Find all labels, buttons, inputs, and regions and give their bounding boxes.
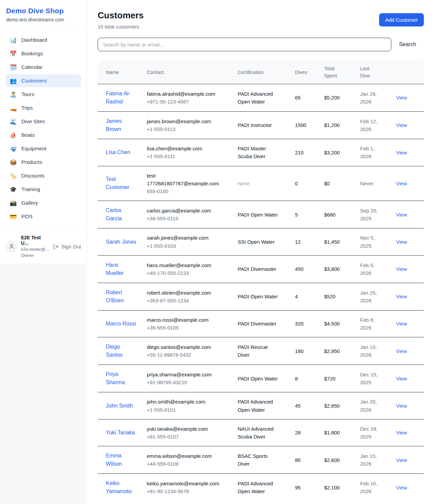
sidebar-item-label: Customers	[21, 78, 47, 84]
certification-value: SSI Open Water	[238, 238, 275, 246]
equipment-icon: 🤿	[9, 146, 17, 152]
certification-value: PADI Rescue Diver	[238, 343, 280, 359]
table-row: Lisa Chenlisa.chen@example.com+1-555-011…	[98, 139, 424, 166]
view-customer-link[interactable]: View	[396, 150, 407, 155]
dives-count: 95	[295, 474, 324, 501]
page-header: Customers 15 total customers Add Custome…	[98, 10, 424, 30]
customers-icon: 👥	[9, 78, 17, 84]
customer-phone: +1-555-0101	[147, 406, 232, 414]
view-customer-link[interactable]: View	[396, 266, 407, 272]
certification-value: PADI Open Water	[238, 293, 278, 300]
calendar-icon: 🗓️	[9, 64, 17, 70]
customer-email: priya.sharma@example.com	[147, 371, 219, 378]
table-row: Carlos Garciacarlos.garcia@example.com+3…	[98, 201, 424, 228]
sidebar-item-boats[interactable]: ⛵Boats	[5, 129, 81, 142]
customer-name-link[interactable]: Carlos Garcia	[106, 206, 138, 223]
sidebar-item-pos[interactable]: 💳POS	[5, 210, 81, 223]
table-row: Marco Rossimarco.rossi@example.com+39-55…	[98, 310, 424, 337]
certification-value: None	[238, 180, 250, 187]
table-row: Test Customertest-1772681807767@example.…	[98, 166, 424, 201]
customer-name-link[interactable]: Lisa Chen	[106, 148, 130, 156]
sidebar-item-label: Discounts	[21, 173, 44, 179]
customer-name-link[interactable]: John Smith	[106, 402, 133, 410]
view-customer-link[interactable]: View	[396, 457, 407, 463]
customer-name-link[interactable]: Diego Santos	[106, 343, 138, 359]
add-customer-button[interactable]: Add Customer	[379, 13, 424, 26]
bookings-icon: 📅	[9, 51, 17, 57]
sidebar-item-products[interactable]: 📦Products	[5, 156, 81, 169]
view-customer-link[interactable]: View	[396, 430, 407, 435]
sidebar-item-label: Equipment	[21, 146, 46, 152]
sidebar-item-tours[interactable]: 🏝️Tours	[5, 88, 81, 101]
customer-email: diego.santos@example.com	[147, 343, 219, 351]
last-dive-value: Never	[360, 180, 374, 187]
sidebar-item-trips[interactable]: 🚤Trips	[5, 101, 81, 114]
total-spent-value: $0	[324, 166, 360, 201]
last-dive-value: Sep 20, 2025	[360, 207, 387, 223]
dashboard-icon: 📊	[9, 37, 17, 43]
sidebar-item-dive-sites[interactable]: 🌊Dive Sites	[5, 115, 81, 128]
customer-email: carlos.garcia@example.com	[147, 207, 219, 214]
customer-phone: +1-555-0113	[147, 125, 232, 133]
tours-icon: 🏝️	[9, 92, 17, 97]
customers-table-body: Fatima Al-Rashidfatima.alrashid@example.…	[98, 84, 424, 501]
column-header-total-spent: Total Spent	[324, 60, 360, 84]
sidebar-item-calendar[interactable]: 🗓️Calendar	[5, 61, 81, 74]
total-spent-value: $2,950	[324, 337, 360, 365]
customer-email: robert.obrien@example.com	[147, 289, 219, 297]
customer-phone: +49-170-555-2233	[147, 269, 232, 277]
last-dive-value: Feb 12, 2026	[360, 117, 387, 133]
customer-name-link[interactable]: Hans Mueller	[106, 261, 138, 277]
search-button[interactable]: Search	[391, 41, 424, 48]
customer-name-link[interactable]: Fatima Al-Rashid	[106, 90, 138, 106]
sidebar-item-discounts[interactable]: 🏷️Discounts	[5, 169, 81, 182]
table-row: Diego Santosdiego.santos@example.com+55-…	[98, 337, 424, 365]
last-dive-value: Jan 28, 2026	[360, 90, 387, 106]
view-customer-link[interactable]: View	[396, 294, 407, 299]
last-dive-value: Feb 10, 2026	[360, 480, 387, 496]
view-customer-link[interactable]: View	[396, 485, 407, 490]
view-customer-link[interactable]: View	[396, 403, 407, 409]
customer-name-link[interactable]: Keiko Yamamoto	[106, 479, 138, 496]
sidebar-item-dashboard[interactable]: 📊Dashboard	[5, 34, 81, 46]
customer-name-link[interactable]: Test Customer	[106, 175, 138, 191]
table-row: Keiko Yamamotokeiko.yamamoto@example.com…	[98, 474, 424, 501]
trips-icon: 🚤	[9, 105, 17, 111]
sidebar-item-bookings[interactable]: 📅Bookings	[5, 47, 81, 60]
view-customer-link[interactable]: View	[396, 95, 407, 100]
customer-phone: +81-555-0107	[147, 433, 232, 441]
table-row: Emma Wilsonemma.wilson@example.com+44-55…	[98, 446, 424, 474]
products-icon: 📦	[9, 160, 17, 165]
dives-count: 4	[295, 283, 324, 310]
view-customer-link[interactable]: View	[396, 181, 407, 186]
sidebar-item-equipment[interactable]: 🤿Equipment	[5, 142, 81, 155]
boats-icon: ⛵	[9, 132, 17, 138]
table-header-row: Name Contact Certification Dives Total S…	[98, 60, 424, 84]
sign-out-button[interactable]: Sign Out	[53, 244, 81, 249]
sidebar-item-customers[interactable]: 👥Customers	[5, 74, 81, 87]
view-customer-link[interactable]: View	[396, 239, 407, 245]
user-footer: E2E Test U... e2e-tester@... Owner Sign …	[0, 229, 86, 263]
sidebar-item-gallery[interactable]: 📸Gallery	[5, 197, 81, 209]
certification-value: NAUI Advanced Scuba Diver	[238, 425, 280, 441]
view-customer-link[interactable]: View	[396, 212, 407, 218]
customer-name-link[interactable]: Sarah Jones	[106, 238, 136, 246]
search-input[interactable]	[98, 38, 391, 51]
customer-name-link[interactable]: Marco Rossi	[106, 320, 136, 328]
dives-count: 450	[295, 255, 324, 283]
customers-table: Name Contact Certification Dives Total S…	[98, 60, 424, 501]
sidebar-item-training[interactable]: 🎓Training	[5, 183, 81, 196]
customer-name-link[interactable]: Yuki Tanaka	[106, 429, 135, 437]
customer-name-link[interactable]: James Brown	[106, 117, 138, 133]
table-row: John Smithjohn.smith@example.com+1-555-0…	[98, 392, 424, 419]
view-customer-link[interactable]: View	[396, 348, 407, 354]
dives-count: 180	[295, 337, 324, 365]
view-customer-link[interactable]: View	[396, 376, 407, 381]
customer-name-link[interactable]: Emma Wilson	[106, 452, 138, 468]
customer-name-link[interactable]: Robert O'Brien	[106, 288, 138, 305]
column-header-name: Name	[98, 60, 147, 84]
view-customer-link[interactable]: View	[396, 321, 407, 326]
customer-name-link[interactable]: Priya Sharma	[106, 370, 138, 387]
view-customer-link[interactable]: View	[396, 122, 407, 128]
total-spent-value: $680	[324, 201, 360, 228]
